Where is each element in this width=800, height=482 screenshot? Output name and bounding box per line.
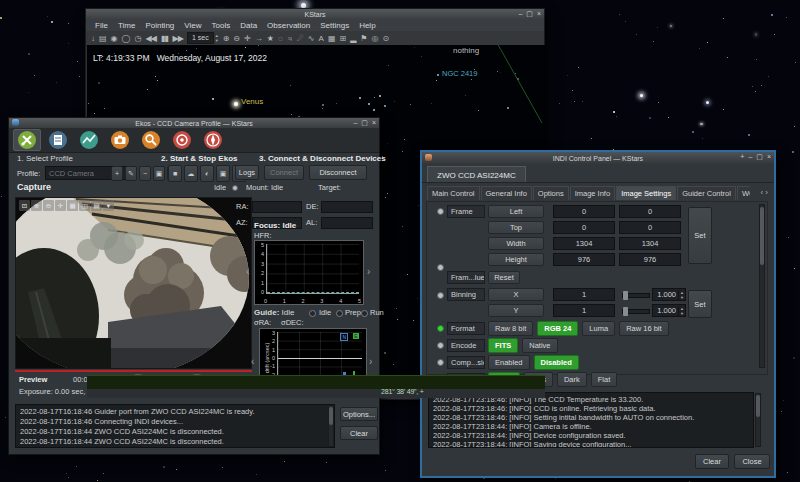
zoom-out-icon[interactable]: ⊖	[233, 34, 239, 43]
deep-sky-toggle-icon[interactable]: ◌	[278, 34, 282, 43]
encode-option[interactable]: Native	[522, 338, 557, 353]
panel-scrollbar[interactable]	[759, 204, 765, 368]
menu-item[interactable]: View	[179, 21, 206, 30]
remove-profile-icon[interactable]: −	[139, 166, 151, 181]
fov-symbol-icon[interactable]: ⊙	[382, 34, 388, 43]
binning-x-spin[interactable]: 1.000▲▼	[652, 288, 686, 301]
binning-y-button[interactable]: Y	[488, 304, 544, 317]
timestep-arrows-icon[interactable]: ▲▼	[215, 33, 219, 43]
frame-height-button[interactable]: Height	[488, 253, 544, 266]
kstars-titlebar[interactable]: KStars – ▢ ×	[86, 9, 544, 20]
indi-close-button[interactable]: Close	[734, 454, 770, 469]
planets-toggle-icon[interactable]: ♃	[287, 34, 292, 43]
connect-button[interactable]: Connect	[264, 165, 304, 180]
zoom-fit-icon[interactable]: ⊡	[19, 200, 30, 211]
menu-item[interactable]: Time	[113, 21, 140, 30]
indi-panel-icon[interactable]: ◐	[200, 165, 214, 182]
tab-focus[interactable]	[137, 129, 165, 151]
type-option[interactable]: Dark	[557, 372, 587, 387]
logs-button[interactable]: Logs	[235, 165, 259, 180]
hfr-prev-icon[interactable]: ‹	[246, 266, 249, 277]
menu-item[interactable]: Data	[235, 21, 262, 30]
indi-titlebar[interactable]: INDI Control Panel — KStars + – ▢ ×	[422, 152, 774, 164]
tab-setup[interactable]	[13, 129, 41, 151]
type-option[interactable]: Flat	[591, 372, 618, 387]
property-tab[interactable]: Image Settings	[616, 186, 676, 200]
close-icon[interactable]: ×	[767, 152, 771, 162]
pause-icon[interactable]: ▮▮	[161, 34, 168, 43]
ngc2419-dot[interactable]	[437, 74, 439, 76]
tab-scheduler[interactable]	[44, 129, 72, 151]
menu-item[interactable]: Settings	[315, 21, 354, 30]
stars-toggle-icon[interactable]: ★	[267, 34, 273, 43]
minimize-icon[interactable]: –	[748, 152, 752, 162]
crosshair-icon[interactable]: ✛	[55, 200, 66, 211]
stats-icon[interactable]: ▤	[91, 200, 102, 211]
open-image-icon[interactable]: ▤	[99, 34, 106, 43]
property-tab[interactable]: Options	[533, 186, 569, 200]
collapse-icon[interactable]: ▾	[103, 200, 114, 211]
binning-x-button[interactable]: X	[488, 288, 544, 301]
ground-toggle-icon[interactable]: ▂	[350, 34, 355, 43]
menu-item[interactable]: Help	[354, 21, 380, 30]
stop-ekos-icon[interactable]: ■	[168, 165, 182, 182]
property-tab[interactable]: General Info	[481, 186, 532, 200]
guide-prep-radio[interactable]	[336, 310, 343, 317]
capture-sky-icon[interactable]: ◉	[111, 34, 117, 43]
format-option[interactable]: RGB 24	[537, 321, 578, 336]
frame-top-input[interactable]: 0	[619, 221, 681, 234]
frame-left-button[interactable]: Left	[488, 205, 544, 218]
indi-log-scrollbar[interactable]	[755, 393, 761, 447]
globe-icon[interactable]: ◯	[122, 34, 130, 43]
zoom-in-icon[interactable]: ⊕	[31, 200, 42, 211]
options-button[interactable]: Options...	[340, 407, 378, 421]
zoom-out-icon[interactable]: ⊖	[43, 200, 54, 211]
binning-y-slider[interactable]	[622, 309, 650, 314]
whats-interesting-icon[interactable]: ◎	[371, 34, 377, 43]
goto-icon[interactable]: →	[255, 34, 262, 43]
timestep-spinbox[interactable]: 1 sec ▲▼	[187, 32, 219, 44]
venus-label[interactable]: Venus	[241, 97, 263, 106]
constellation-lines-icon[interactable]: ∿	[308, 34, 314, 43]
profile-wizard-icon[interactable]: ▣	[153, 166, 165, 181]
find-object-icon[interactable]: ✛	[244, 34, 250, 43]
equatorial-grid-icon[interactable]: ▦	[328, 34, 335, 43]
ngc2419-label[interactable]: NGC 2419	[442, 69, 477, 78]
frame-width-input[interactable]: 1304	[619, 237, 681, 250]
property-tab[interactable]: Image Info	[570, 186, 615, 200]
frame-width-button[interactable]: Width	[488, 237, 544, 250]
format-option[interactable]: Raw 8 bit	[488, 321, 533, 336]
encode-option[interactable]: FITS	[488, 338, 518, 353]
add-profile-icon[interactable]: +	[111, 166, 123, 181]
tab-guide[interactable]	[168, 129, 196, 151]
venus-dot[interactable]	[234, 102, 238, 106]
pin-icon[interactable]: +	[740, 152, 744, 162]
menu-item[interactable]: Pointing	[140, 21, 179, 30]
download-data-icon[interactable]: ↓	[91, 34, 94, 43]
step-backward-icon[interactable]: ◀◀	[145, 34, 155, 43]
horizontal-grid-icon[interactable]: ⊞	[339, 34, 345, 43]
minimize-icon[interactable]: –	[353, 118, 357, 128]
menu-item[interactable]: File	[90, 21, 113, 30]
step-forward-icon[interactable]: ▶▶	[173, 34, 183, 43]
menu-item[interactable]: Observation	[262, 21, 315, 30]
binning-set-button[interactable]: Set	[688, 290, 712, 318]
timestep-value[interactable]: 1 sec	[187, 32, 214, 44]
grid-icon[interactable]: ▦	[67, 200, 78, 211]
device-tab-asi224mc[interactable]: ZWO CCD ASI224MC	[427, 166, 526, 183]
hfr-next-icon[interactable]: ›	[367, 266, 370, 277]
maximize-icon[interactable]: ▢	[361, 118, 368, 128]
maximize-icon[interactable]: ▢	[526, 9, 533, 19]
edit-profile-icon[interactable]: ✎	[125, 166, 137, 181]
menu-item[interactable]: Tools	[207, 21, 236, 30]
property-tab[interactable]: Guider Control	[677, 186, 736, 200]
devices-icon[interactable]: ▣	[216, 165, 230, 182]
guide-run-radio[interactable]	[361, 310, 368, 317]
frame-reset-button[interactable]: Reset	[488, 271, 520, 284]
frame-top-button[interactable]: Top	[488, 221, 544, 234]
comets-toggle-icon[interactable]: ☄	[297, 34, 303, 43]
clear-log-button[interactable]: Clear	[340, 426, 378, 440]
constellation-names-icon[interactable]: A	[319, 34, 323, 43]
guide-e-toggle[interactable]: E	[353, 333, 359, 339]
format-option[interactable]: Raw 16 bit	[619, 321, 668, 336]
